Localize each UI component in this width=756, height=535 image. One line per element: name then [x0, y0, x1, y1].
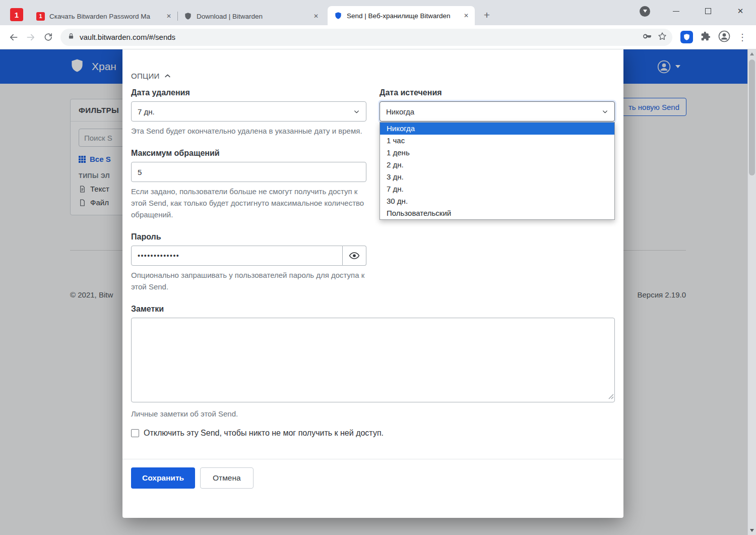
password-label: Пароль	[131, 232, 366, 242]
notes-help: Личные заметки об этой Send.	[131, 408, 615, 420]
profile-avatar-icon[interactable]	[718, 30, 730, 44]
resize-handle-icon[interactable]	[608, 392, 614, 401]
notes-textarea[interactable]	[131, 318, 615, 402]
close-window-button[interactable]: ✕	[734, 5, 747, 18]
cancel-button[interactable]: Отмена	[200, 467, 254, 489]
scrollbar-thumb[interactable]	[749, 60, 755, 175]
pinned-tab-1password[interactable]: 1	[10, 8, 23, 21]
chevron-up-icon	[164, 73, 171, 79]
scroll-down-arrow-icon[interactable]	[750, 529, 754, 532]
maximize-button[interactable]	[702, 5, 715, 18]
close-tab-icon[interactable]: ✕	[311, 12, 321, 21]
dropdown-option[interactable]: 3 дн.	[380, 171, 614, 183]
options-section-toggle[interactable]: ОПЦИИ	[131, 72, 615, 80]
chevron-down-icon	[353, 108, 360, 115]
bitwarden-gray-shield-icon	[183, 12, 192, 21]
page-content: Хран ФИЛЬТРЫ Все S ТИПЫ ЭЛ	[0, 49, 756, 535]
toggle-password-visibility-button[interactable]	[343, 246, 366, 266]
deletion-date-select[interactable]: 7 дн.	[131, 101, 366, 122]
deletion-date-field: Дата удаления 7 дн. Эта Send будет оконч…	[131, 88, 366, 137]
tab-title: Скачать Bitwarden Password Ma	[49, 13, 160, 20]
onepassword-icon: 1	[15, 11, 19, 19]
eye-icon	[349, 250, 360, 261]
window-controls: ✕	[640, 0, 747, 22]
forward-button[interactable]	[22, 29, 39, 46]
bitwarden-blue-shield-icon	[334, 12, 342, 20]
tab-3-active[interactable]: Send | Веб-хранилище Bitwarden ✕	[328, 6, 475, 25]
page-scrollbar[interactable]	[747, 49, 756, 535]
expiration-date-field: Дата истечения Никогда Никогда 1 час 1 д…	[380, 88, 615, 137]
close-tab-icon[interactable]: ✕	[462, 11, 471, 20]
address-bar[interactable]: vault.bitwarden.com/#/sends	[60, 29, 672, 46]
close-tab-icon[interactable]: ✕	[164, 12, 173, 21]
deletion-date-label: Дата удаления	[131, 88, 366, 97]
toolbar-extensions: ⋮	[676, 30, 751, 44]
lock-icon[interactable]	[68, 32, 75, 42]
new-tab-button[interactable]: +	[480, 8, 494, 22]
scroll-up-arrow-icon[interactable]	[750, 52, 754, 55]
dropdown-option[interactable]: Пользовательский	[380, 207, 614, 219]
dropdown-option[interactable]: 2 дн.	[380, 159, 614, 171]
disable-send-row: Отключить эту Send, чтобы никто не мог п…	[131, 429, 615, 438]
url-text: vault.bitwarden.com/#/sends	[80, 33, 175, 41]
max-access-input[interactable]	[131, 162, 366, 182]
save-button[interactable]: Сохранить	[131, 467, 195, 489]
reload-button[interactable]	[39, 29, 56, 46]
dropdown-option[interactable]: 1 час	[380, 135, 614, 147]
browser-toolbar: vault.bitwarden.com/#/sends ⋮	[0, 25, 756, 49]
tab-2[interactable]: Download | Bitwarden ✕	[177, 7, 325, 25]
max-access-help: Если задано, пользователи больше не смог…	[131, 186, 366, 220]
extensions-puzzle-icon[interactable]	[701, 31, 711, 43]
dropdown-option[interactable]: 30 дн.	[380, 195, 614, 207]
browser-update-icon[interactable]	[640, 6, 650, 17]
bookmark-star-icon[interactable]	[657, 31, 667, 43]
tab-strip: 1 1 Скачать Bitwarden Password Ma ✕ Down…	[0, 0, 756, 25]
onepassword-icon: 1	[36, 12, 45, 21]
expiration-date-select[interactable]: Никогда	[380, 101, 615, 122]
password-field: Пароль Опционально запрашивать у пользов…	[131, 232, 366, 292]
dropdown-option[interactable]: 1 день	[380, 147, 614, 159]
modal-footer: Сохранить Отмена	[122, 459, 623, 489]
send-options-modal: ОПЦИИ Дата удаления 7 дн. Эта Send будет…	[122, 49, 623, 518]
minimize-button[interactable]	[669, 5, 682, 18]
browser-menu-icon[interactable]: ⋮	[738, 32, 747, 43]
password-input[interactable]	[131, 246, 343, 266]
expiration-date-label: Дата истечения	[380, 88, 615, 97]
deletion-date-help: Эта Send будет окончательно удалена в ук…	[131, 125, 366, 137]
bitwarden-extension-icon[interactable]	[680, 31, 693, 43]
disable-send-label[interactable]: Отключить эту Send, чтобы никто не мог п…	[144, 429, 384, 438]
notes-field: Заметки Личные заметки об этой Send.	[131, 305, 615, 420]
disable-send-checkbox[interactable]	[131, 429, 139, 437]
expiration-date-dropdown: Никогда 1 час 1 день 2 дн. 3 дн. 7 дн. 3…	[380, 122, 615, 220]
password-help: Опционально запрашивать у пользователей …	[131, 269, 366, 292]
chevron-down-icon	[602, 108, 608, 115]
notes-label: Заметки	[131, 305, 615, 314]
dropdown-option[interactable]: Никогда	[380, 123, 614, 135]
tab-1[interactable]: 1 Скачать Bitwarden Password Ma ✕	[30, 7, 177, 25]
browser-window: 1 1 Скачать Bitwarden Password Ma ✕ Down…	[0, 0, 756, 535]
dropdown-option[interactable]: 7 дн.	[380, 183, 614, 195]
max-access-field: Максимум обращений Если задано, пользова…	[131, 149, 366, 220]
tab-title: Download | Bitwarden	[197, 13, 307, 20]
max-access-label: Максимум обращений	[131, 149, 366, 158]
password-key-icon[interactable]	[642, 31, 652, 43]
back-button[interactable]	[5, 29, 22, 46]
tab-title: Send | Веб-хранилище Bitwarden	[347, 12, 457, 20]
